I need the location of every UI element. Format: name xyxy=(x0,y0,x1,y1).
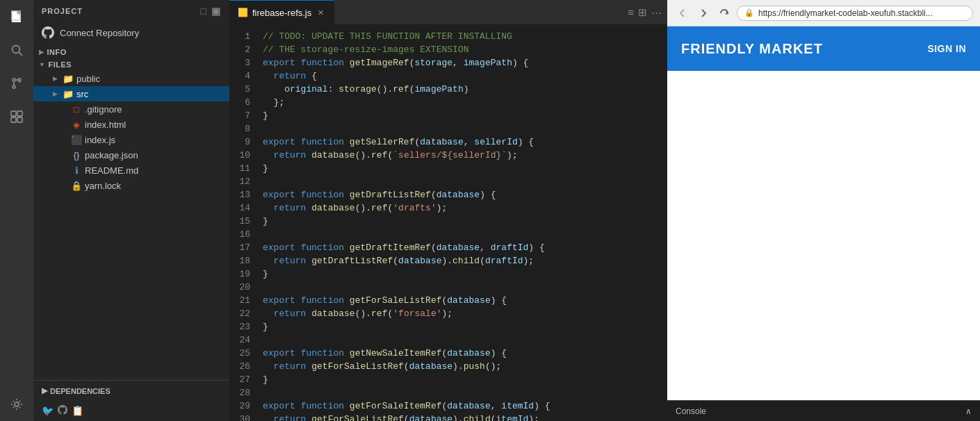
app-title: FRIENDLY MARKET xyxy=(681,41,823,57)
file-index-js[interactable]: ▶ ⬛ index.js xyxy=(33,132,229,147)
new-file-icon[interactable]: □ xyxy=(201,6,207,17)
yarn-lock-label: yarn.lock xyxy=(85,181,121,191)
browser-forward-button[interactable] xyxy=(695,5,712,22)
explorer-title: PROJECT xyxy=(42,7,83,15)
explorer-actions: □ ▣ xyxy=(201,6,221,17)
console-label[interactable]: Console xyxy=(676,406,706,416)
file-index-html[interactable]: ▶ ◈ index.html xyxy=(33,117,229,132)
layout-icon[interactable]: ≡ xyxy=(628,6,634,19)
social-icons-bar: 🐦 📋 xyxy=(33,401,229,421)
svg-point-5 xyxy=(13,79,15,81)
dependencies-section-wrapper: ▶ DEPENDENCIES xyxy=(33,380,229,401)
search-icon[interactable] xyxy=(6,39,28,61)
twitter-icon[interactable]: 🐦 xyxy=(42,405,54,417)
file-package-json[interactable]: ▶ {} package.json xyxy=(33,147,229,163)
browser-refresh-button[interactable] xyxy=(716,5,733,22)
files-label: FILES xyxy=(48,60,72,69)
editor-toolbar-icons: ≡ ⊞ ⋯ xyxy=(628,6,662,19)
tab-close-button[interactable]: ✕ xyxy=(316,7,326,19)
folder-public-icon: 📁 xyxy=(63,74,74,84)
folder-public[interactable]: ▶ 📁 public xyxy=(33,71,229,86)
tab-js-icon: 🟨 xyxy=(238,8,248,17)
stackoverflow-icon[interactable]: 📋 xyxy=(72,405,83,417)
https-lock-icon: 🔒 xyxy=(744,8,754,17)
svg-rect-8 xyxy=(11,111,16,116)
more-actions-icon[interactable]: ⋯ xyxy=(651,6,662,19)
files-section[interactable]: ▼ FILES xyxy=(33,58,229,71)
folder-src-arrow: ▶ xyxy=(53,90,60,97)
deps-arrow: ▶ xyxy=(42,386,47,395)
file-readme-md[interactable]: ▶ ℹ README.md xyxy=(33,163,229,178)
svg-point-3 xyxy=(13,46,20,53)
info-arrow: ▶ xyxy=(39,49,44,56)
browser-content: FRIENDLY MARKET SIGN IN xyxy=(667,26,980,400)
browser-toolbar: 🔒 https://friendlymarket-codelab-xeufuh.… xyxy=(667,0,980,26)
info-label: INFO xyxy=(47,48,67,56)
new-folder-icon[interactable]: ▣ xyxy=(211,6,221,17)
extensions-icon[interactable] xyxy=(6,106,28,128)
browser-panel: 🔒 https://friendlymarket-codelab-xeufuh.… xyxy=(667,0,980,421)
folder-public-label: public xyxy=(76,74,100,84)
activity-bar xyxy=(0,0,33,421)
line-numbers: 12345 678910 1112131415 1617181920 21222… xyxy=(229,24,257,421)
code-content[interactable]: // TODO: UPDATE THIS FUNCTION AFTER INST… xyxy=(257,24,667,421)
svg-line-4 xyxy=(19,53,23,56)
editor-area: 🟨 firebase-refs.js ✕ ≡ ⊞ ⋯ 12345 678910 … xyxy=(229,0,667,421)
tab-label: firebase-refs.js xyxy=(252,8,311,18)
json-label: package.json xyxy=(85,150,138,160)
svg-rect-10 xyxy=(11,117,16,122)
js-label: index.js xyxy=(85,135,115,145)
folder-public-arrow: ▶ xyxy=(53,75,60,82)
code-editor: 12345 678910 1112131415 1617181920 21222… xyxy=(229,24,667,421)
svg-rect-9 xyxy=(17,111,22,116)
folder-src-icon: 📁 xyxy=(63,89,74,99)
split-editor-icon[interactable]: ⊞ xyxy=(638,6,647,19)
sign-in-button[interactable]: SIGN IN xyxy=(927,43,966,54)
lock-icon: 🔒 xyxy=(71,181,82,191)
svg-rect-11 xyxy=(17,117,22,122)
folder-src[interactable]: ▶ 📁 src xyxy=(33,86,229,101)
dependencies-section[interactable]: ▶ DEPENDENCIES xyxy=(42,386,221,395)
info-section[interactable]: ▶ INFO xyxy=(33,46,229,58)
file-gitignore[interactable]: ▶ □ .gitignore xyxy=(33,101,229,117)
html-label: index.html xyxy=(85,119,126,130)
json-icon: {} xyxy=(71,150,82,160)
folder-src-label: src xyxy=(76,89,88,99)
connect-repo-label: Connect Repository xyxy=(60,28,139,38)
files-icon[interactable] xyxy=(6,6,28,28)
files-arrow: ▼ xyxy=(39,61,45,68)
tab-firebase-refs[interactable]: 🟨 firebase-refs.js ✕ xyxy=(229,0,334,24)
url-bar[interactable]: 🔒 https://friendlymarket-codelab-xeufuh.… xyxy=(737,6,973,21)
tabs-list: 🟨 firebase-refs.js ✕ xyxy=(229,0,334,24)
explorer-header: PROJECT □ ▣ xyxy=(33,0,229,22)
gitignore-icon: □ xyxy=(71,104,82,115)
settings-icon[interactable] xyxy=(6,393,28,415)
html-icon: ◈ xyxy=(71,119,82,130)
file-yarn-lock[interactable]: ▶ 🔒 yarn.lock xyxy=(33,178,229,193)
url-text: https://friendlymarket-codelab-xeufuh.st… xyxy=(758,8,933,18)
file-explorer: PROJECT □ ▣ Connect Repository ▶ INFO ▼ … xyxy=(33,0,229,421)
svg-point-12 xyxy=(15,402,19,406)
svg-point-6 xyxy=(13,85,15,88)
file-tree: ▶ 📁 public ▶ 📁 src ▶ □ .gitignore ▶ ◈ in… xyxy=(33,71,229,380)
github-icon-bottom[interactable] xyxy=(58,405,67,417)
console-bar: Console ∧ xyxy=(667,400,980,421)
console-collapse-icon[interactable]: ∧ xyxy=(965,406,972,416)
md-label: README.md xyxy=(85,165,138,176)
source-control-icon[interactable] xyxy=(6,72,28,94)
deps-label-text: DEPENDENCIES xyxy=(50,387,111,395)
browser-back-button[interactable] xyxy=(674,5,691,22)
js-icon: ⬛ xyxy=(71,135,82,145)
gitignore-label: .gitignore xyxy=(85,104,122,115)
md-icon: ℹ xyxy=(71,165,82,176)
editor-tabs-bar: 🟨 firebase-refs.js ✕ ≡ ⊞ ⋯ xyxy=(229,0,667,24)
app-header: FRIENDLY MARKET SIGN IN xyxy=(667,26,980,71)
connect-repository-button[interactable]: Connect Repository xyxy=(33,22,229,46)
